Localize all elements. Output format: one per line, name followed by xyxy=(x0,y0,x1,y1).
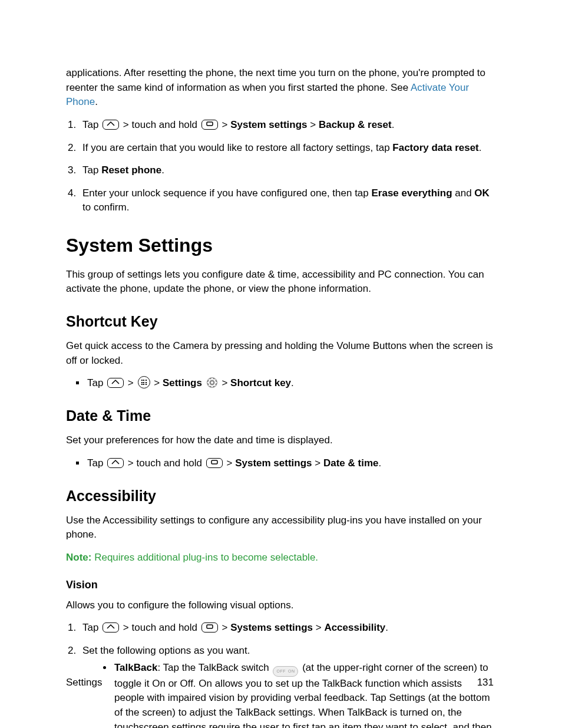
text: > xyxy=(151,377,163,388)
footer-page-number: 131 xyxy=(477,676,494,690)
home-icon xyxy=(107,378,124,388)
heading-vision: Vision xyxy=(66,577,494,592)
text: Tap xyxy=(82,622,101,633)
gear-icon xyxy=(206,377,218,388)
document-page: applications. After resetting the phone,… xyxy=(0,0,562,728)
text: > touch and hold xyxy=(120,622,200,633)
text: . xyxy=(392,119,395,130)
switch-on-label: ON xyxy=(287,669,296,673)
svg-rect-13 xyxy=(207,625,213,628)
shortcut-bullet-list: Tap > > Settings > Shortcut key. xyxy=(66,376,494,391)
recent-apps-icon xyxy=(201,120,218,130)
label-backup-reset: Backup & reset xyxy=(319,119,392,130)
label-date-time: Date & time xyxy=(323,457,379,469)
recent-apps-icon xyxy=(206,458,223,468)
text: > xyxy=(312,457,323,469)
text: . xyxy=(161,164,164,176)
text: Set the following options as you want. xyxy=(82,645,250,656)
vision-options: TalkBack: Tap the TalkBack switch OFFON … xyxy=(82,661,494,728)
label-erase-everything: Erase everything xyxy=(372,187,452,199)
reset-steps-list: Tap > touch and hold > System settings >… xyxy=(66,118,494,215)
text: Tap xyxy=(87,457,106,469)
text: . xyxy=(479,142,482,153)
heading-accessibility: Accessibility xyxy=(66,485,494,506)
text: Enter your unlock sequence if you have c… xyxy=(82,187,372,199)
recent-apps-icon xyxy=(201,622,218,633)
text: . xyxy=(378,457,381,469)
shortcut-bullet: Tap > > Settings > Shortcut key. xyxy=(86,376,494,391)
text: > xyxy=(222,377,230,388)
note-label: Note: xyxy=(66,552,91,563)
intro-tail: . xyxy=(95,96,98,107)
para-date: Set your preferences for how the date an… xyxy=(66,433,494,448)
reset-step-1: Tap > touch and hold > System settings >… xyxy=(79,118,494,133)
text: > xyxy=(219,622,230,633)
text: > xyxy=(308,119,319,130)
apps-icon xyxy=(138,376,150,388)
text: to confirm. xyxy=(82,202,129,213)
para-vision: Allows you to configure the following vi… xyxy=(66,598,494,613)
home-icon xyxy=(103,120,119,130)
text: . xyxy=(291,377,294,388)
vision-steps-list: Tap > touch and hold > Systems settings … xyxy=(66,621,494,728)
text: . xyxy=(385,622,388,633)
footer-section: Settings xyxy=(66,676,102,690)
label-ok: OK xyxy=(474,187,490,199)
reset-step-4: Enter your unlock sequence if you have c… xyxy=(79,186,494,215)
label-system-settings: System settings xyxy=(235,457,312,469)
text: and xyxy=(452,187,475,199)
svg-rect-12 xyxy=(211,460,217,464)
note-line: Note: Requires additional plug-ins to be… xyxy=(66,551,494,565)
label-shortcut-key: Shortcut key xyxy=(230,377,291,388)
label-reset-phone: Reset phone xyxy=(101,164,161,176)
page-footer: Settings 131 xyxy=(66,676,494,690)
text: > touch and hold xyxy=(125,457,205,469)
text: : Tap the TalkBack switch xyxy=(157,662,272,673)
label-system-settings: System settings xyxy=(230,119,307,130)
label-talkback: TalkBack xyxy=(114,662,157,673)
label-systems-settings: Systems settings xyxy=(230,622,313,633)
home-icon xyxy=(107,458,124,468)
home-icon xyxy=(103,622,119,633)
switch-off-label: OFF xyxy=(275,669,287,673)
reset-step-3: Tap Reset phone. xyxy=(79,163,494,178)
text: Tap xyxy=(82,119,101,130)
text: > touch and hold xyxy=(120,119,200,130)
intro-paragraph: applications. After resetting the phone,… xyxy=(66,66,494,110)
switch-icon: OFFON xyxy=(273,666,298,677)
para-shortcut: Get quick access to the Camera by pressi… xyxy=(66,339,494,368)
heading-date-time: Date & Time xyxy=(66,405,494,426)
note-text: Requires additional plug-ins to become s… xyxy=(91,552,318,563)
svg-rect-0 xyxy=(207,122,213,126)
talkback-item: TalkBack: Tap the TalkBack switch OFFON … xyxy=(113,661,494,728)
para-system: This group of settings lets you configur… xyxy=(66,268,494,297)
svg-point-3 xyxy=(211,381,213,384)
para-accessibility: Use the Accessibility settings to config… xyxy=(66,513,494,542)
heading-shortcut-key: Shortcut Key xyxy=(66,311,494,332)
date-bullet: Tap > touch and hold > System settings >… xyxy=(86,456,494,471)
text: > xyxy=(125,377,136,388)
date-bullet-list: Tap > touch and hold > System settings >… xyxy=(66,456,494,471)
text: Tap xyxy=(82,164,101,176)
text: > xyxy=(219,119,230,130)
text: > xyxy=(313,622,324,633)
vision-step-1: Tap > touch and hold > Systems settings … xyxy=(79,621,494,635)
label-factory-reset: Factory data reset xyxy=(392,142,478,153)
label-accessibility: Accessibility xyxy=(324,622,385,633)
heading-system-settings: System Settings xyxy=(66,232,494,259)
label-settings: Settings xyxy=(163,377,202,388)
text: If you are certain that you would like t… xyxy=(82,142,392,153)
text: > xyxy=(224,457,235,469)
text: Tap xyxy=(87,377,106,388)
reset-step-2: If you are certain that you would like t… xyxy=(79,141,494,156)
